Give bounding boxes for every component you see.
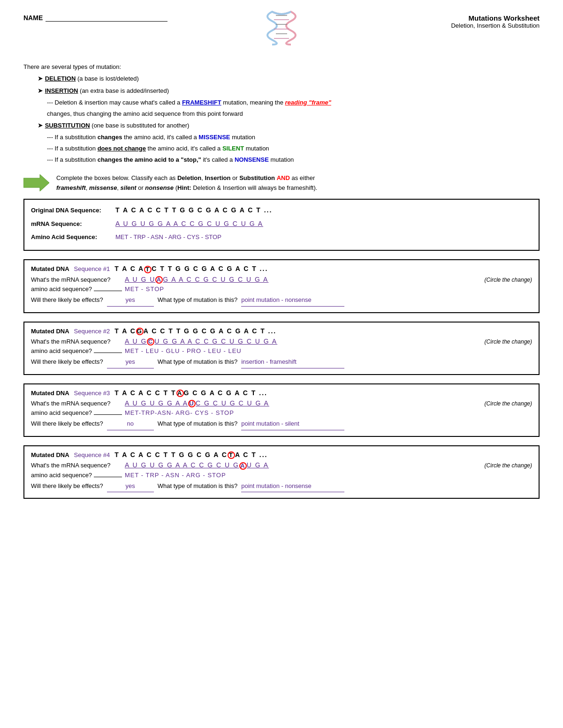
silent-word: SILENT bbox=[222, 145, 244, 152]
mut1-effects-label: Will there likely be effects? bbox=[31, 294, 103, 306]
mut2-mrna-row: What's the mRNA sequence? A U GCU G G A … bbox=[31, 338, 532, 345]
mut4-dna-post: A C T ... bbox=[235, 451, 268, 458]
deletion-desc: (a base is lost/deleted) bbox=[77, 75, 139, 82]
mut2-circle-note: (Circle the change) bbox=[485, 338, 532, 345]
mutation-box-2: Mutated DNA Sequence #2 T A CGA C C T T … bbox=[23, 322, 540, 375]
mut2-header: Mutated DNA Sequence #2 T A CGA C C T T … bbox=[31, 327, 532, 335]
mut1-mrna-answer: A U G UAG A A C C G C U G C U G A bbox=[125, 276, 268, 284]
mut2-mutation-type: insertion - frameshift bbox=[241, 356, 344, 368]
insertion-line: ➤ INSERTION (an extra base is added/inse… bbox=[38, 85, 540, 97]
mut4-mrna-label: What's the mRNA sequence? bbox=[31, 462, 125, 469]
mut4-mrna-circled: A bbox=[239, 462, 247, 470]
svg-marker-6 bbox=[23, 174, 49, 191]
reading-frame-text: reading "frame" bbox=[285, 99, 331, 106]
mut3-effects-answer: no bbox=[107, 418, 154, 430]
mut2-dna-sequence: T A CGA C C T T G G C G A C G A C T ... bbox=[114, 327, 276, 335]
mut3-circle-note: (Circle the change) bbox=[485, 400, 532, 407]
mut4-dna-circled: T bbox=[228, 451, 235, 459]
mut2-amino-label: amino acid sequence? bbox=[31, 347, 125, 354]
mut4-seq-num: Sequence #4 bbox=[74, 451, 110, 458]
mut3-effects-row: Will there likely be effects? no What ty… bbox=[31, 418, 532, 430]
mut3-label: Mutated DNA bbox=[31, 390, 69, 397]
mut2-mrna-answer: A U GCU G G A A C C G C U G C U G A bbox=[125, 338, 277, 345]
mut4-mutation-type: point mutation - nonsense bbox=[241, 480, 344, 493]
mut3-mrna-row: What's the mRNA sequence? A U G U G G A … bbox=[31, 399, 532, 407]
mutation-box-1: Mutated DNA Sequence #1 T A C ATC T T G … bbox=[23, 259, 540, 313]
sub-note1-end: mutation bbox=[232, 134, 255, 141]
mut1-dna-post: C T T G G C G A C G A C T ... bbox=[152, 265, 268, 272]
worksheet-title: Mutations Worksheet bbox=[451, 14, 540, 22]
original-dna-row: Original DNA Sequence: T A C A C C T T G… bbox=[31, 204, 532, 216]
mut2-dna-pre: T A C bbox=[114, 327, 136, 335]
sub-note1-bold: changes bbox=[98, 134, 122, 141]
mut1-mutation-type: point mutation - nonsense bbox=[241, 294, 344, 307]
mut3-mrna-answer: A U G U G G A AUC G C U G C U G A bbox=[125, 399, 269, 407]
sub-note1-mid: the amino acid, it's called a bbox=[124, 134, 198, 141]
mut4-label: Mutated DNA bbox=[31, 451, 69, 458]
mut3-dna-pre: T A C A C C T T bbox=[114, 389, 176, 397]
original-amino-label: Amino Acid Sequence: bbox=[31, 232, 115, 242]
original-mrna-row: mRNA Sequence: A U G U G G A A C C G C U… bbox=[31, 218, 532, 230]
mut4-dna-sequence: T A C A C C T T G G C G A CTA C T ... bbox=[114, 451, 267, 459]
mut2-mrna-pre: A U G bbox=[125, 338, 147, 345]
deletion-line: ➤ DELETION (a base is lost/deleted) bbox=[38, 73, 540, 84]
frameshift-note: --- Deletion & insertion may cause what'… bbox=[47, 98, 540, 108]
substitution-desc: (one base is substituted for another) bbox=[91, 122, 189, 129]
mut2-mrna-label: What's the mRNA sequence? bbox=[31, 338, 125, 345]
sub-note2: --- If a substitution does not change th… bbox=[47, 143, 540, 154]
mut2-effects-row: Will there likely be effects? yes What t… bbox=[31, 356, 532, 368]
mut3-mutation-type: point mutation - silent bbox=[241, 418, 344, 430]
mut1-effects-answer: yes bbox=[107, 294, 154, 307]
mut1-seq-num: Sequence #1 bbox=[74, 265, 110, 272]
sub-note3: --- If a substitution changes the amino … bbox=[47, 155, 540, 165]
mut2-dna-circled: G bbox=[136, 328, 144, 335]
green-arrow-icon bbox=[23, 174, 49, 191]
mut1-mrna-circled: A bbox=[155, 276, 163, 284]
mut3-header: Mutated DNA Sequence #3 T A C A C C T TA… bbox=[31, 389, 532, 397]
mut3-dna-circled: A bbox=[176, 390, 184, 397]
mut3-mrna-pre: A U G U G G A A bbox=[125, 399, 188, 407]
mutation-box-3: Mutated DNA Sequence #3 T A C A C C T TA… bbox=[23, 383, 540, 437]
mut3-dna-post: G C G A C G A C T ... bbox=[184, 389, 267, 397]
missense-word: MISSENSE bbox=[198, 134, 230, 141]
original-mrna-label: mRNA Sequence: bbox=[31, 218, 115, 229]
mut1-label: Mutated DNA bbox=[31, 265, 69, 272]
mut1-amino-label: amino acid sequence? bbox=[31, 285, 125, 293]
mut2-mrna-post: U G G A A C C G C U G C U G A bbox=[154, 338, 277, 345]
mut4-circle-note: (Circle the change) bbox=[485, 462, 532, 469]
intro-section: There are several types of mutation: ➤ D… bbox=[23, 62, 540, 165]
sub-note2-bold: does not change bbox=[98, 145, 146, 152]
original-dna-box: Original DNA Sequence: T A C A C C T T G… bbox=[23, 199, 540, 251]
title-block: Mutations Worksheet Deletion, Insertion … bbox=[451, 14, 540, 29]
arrow-text-block: Complete the boxes below. Classify each … bbox=[56, 173, 317, 193]
nonsense-word: NONSENSE bbox=[235, 156, 269, 163]
mut2-label: Mutated DNA bbox=[31, 328, 69, 335]
mut1-amino-row: amino acid sequence? MET - STOP bbox=[31, 285, 532, 293]
mut4-mrna-row: What's the mRNA sequence? A U G U G G A … bbox=[31, 461, 532, 469]
sub-note3-end: mutation bbox=[270, 156, 294, 163]
sub-note2-end: mutation bbox=[246, 145, 269, 152]
mut4-effects-answer: yes bbox=[107, 480, 154, 493]
mut3-seq-num: Sequence #3 bbox=[74, 390, 110, 397]
frameshift-word: FRAMESHIFT bbox=[182, 99, 221, 106]
mut1-mrna-pre: A U G U bbox=[125, 276, 155, 283]
original-mrna-sequence: A U G U G G A A C C G C U G C U G A bbox=[115, 218, 263, 230]
instruction-line2: frameshift, missense, silent or nonsense… bbox=[56, 184, 317, 191]
mut2-effects-label: Will there likely be effects? bbox=[31, 356, 103, 368]
deletion-label: DELETION bbox=[45, 75, 76, 82]
mut3-amino-answer: MET-TRP-ASN- ARG- CYS - STOP bbox=[125, 409, 234, 416]
mut4-amino-label: amino acid sequence? bbox=[31, 472, 125, 479]
frameshift-mid: mutation, meaning the bbox=[223, 99, 285, 106]
mut3-mrna-label: What's the mRNA sequence? bbox=[31, 400, 125, 407]
instruction-line1: Complete the boxes below. Classify each … bbox=[56, 174, 315, 181]
mut3-amino-label: amino acid sequence? bbox=[31, 409, 125, 416]
frameshift-note-pre: --- Deletion & insertion may cause what'… bbox=[47, 99, 182, 106]
sub-note3-bold: changes the amino acid to a "stop," bbox=[98, 156, 201, 163]
mut2-seq-num: Sequence #2 bbox=[74, 328, 110, 335]
mut4-amino-answer: MET - TRP - ASN - ARG - STOP bbox=[125, 472, 226, 479]
dna-illustration bbox=[258, 9, 305, 48]
mut1-dna-circled: T bbox=[144, 266, 152, 273]
original-dna-label: Original DNA Sequence: bbox=[31, 205, 115, 216]
mut1-header: Mutated DNA Sequence #1 T A C ATC T T G … bbox=[31, 265, 532, 273]
sub-note2-mid: the amino acid, it's called a bbox=[148, 145, 222, 152]
